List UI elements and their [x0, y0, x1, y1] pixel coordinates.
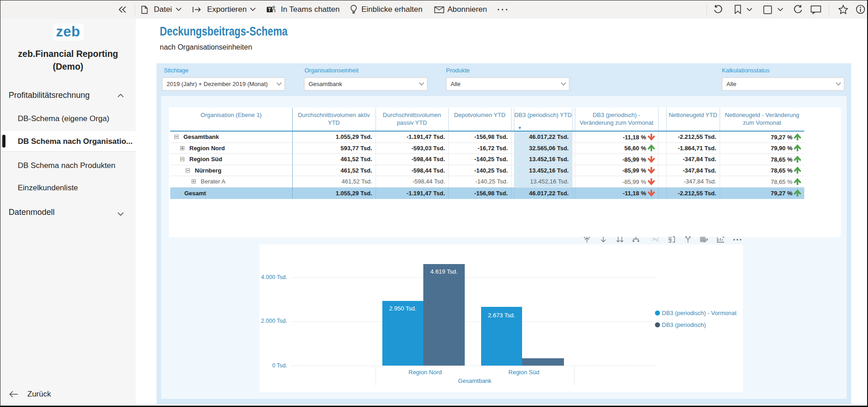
svg-text:T: T [268, 7, 271, 12]
